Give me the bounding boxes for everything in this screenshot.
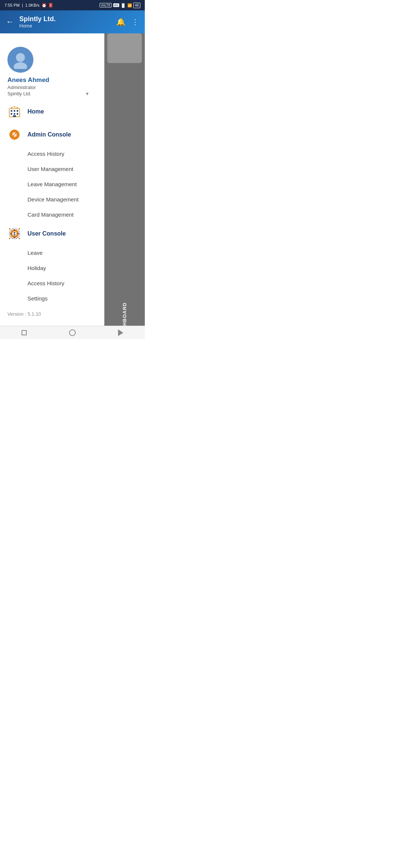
menu-item-user-console[interactable]: User Console bbox=[0, 222, 104, 245]
svg-rect-8 bbox=[17, 113, 18, 115]
back-button[interactable]: ← bbox=[6, 17, 14, 27]
speed-display: | bbox=[22, 3, 23, 7]
version-text: Version : 5.1.10 bbox=[0, 306, 104, 318]
svg-rect-4 bbox=[14, 110, 15, 112]
content-overlay: HBOARD bbox=[104, 33, 145, 326]
status-bar: 7:55 PM | 1.0KB/s ⏰ z VoLTE 4G ▐▌ 📶 46 bbox=[0, 0, 145, 10]
submenu-user-holiday[interactable]: Holiday bbox=[0, 260, 104, 276]
submenu-user-settings[interactable]: Settings bbox=[0, 291, 104, 306]
svg-rect-22 bbox=[18, 134, 20, 135]
battery-icon: 46 bbox=[133, 3, 140, 8]
svg-point-37 bbox=[19, 228, 20, 230]
company-name: Spintly Ltd. bbox=[19, 15, 116, 23]
user-console-icon bbox=[7, 227, 22, 241]
app-bar-title: Spintly Ltd. Home bbox=[19, 15, 116, 29]
nav-square-button[interactable] bbox=[20, 329, 28, 337]
drawer: Anees Ahmed Administrator Spintly Ltd. ▼ bbox=[0, 33, 104, 326]
nav-home-button[interactable] bbox=[68, 329, 76, 337]
app-bar: ← Spintly Ltd. Home 🔔 ⋮ bbox=[0, 10, 145, 33]
svg-line-13 bbox=[12, 107, 14, 108]
user-name: Anees Ahmed bbox=[7, 76, 97, 84]
submenu-admin-access-history[interactable]: Access History bbox=[0, 146, 104, 161]
svg-rect-5 bbox=[17, 110, 18, 112]
user-console-label: User Console bbox=[27, 230, 66, 237]
user-company-row: Spintly Ltd. ▼ bbox=[7, 91, 97, 96]
content-card-1 bbox=[107, 33, 142, 63]
menu-item-admin-console[interactable]: Admin Console bbox=[0, 123, 104, 146]
svg-rect-33 bbox=[14, 237, 15, 238]
gear-svg bbox=[8, 128, 21, 141]
volte-icon: VoLTE bbox=[100, 3, 111, 7]
more-icon[interactable]: ⋮ bbox=[131, 17, 139, 26]
svg-rect-32 bbox=[14, 230, 15, 231]
submenu-admin-leave-management[interactable]: Leave Management bbox=[0, 177, 104, 192]
circle-icon bbox=[69, 329, 76, 336]
svg-rect-20 bbox=[14, 138, 15, 140]
admin-console-label: Admin Console bbox=[27, 131, 71, 138]
network-speed: 1.0KB/s bbox=[25, 3, 40, 7]
status-right: VoLTE 4G ▐▌ 📶 46 bbox=[100, 3, 140, 8]
submenu-admin-device-management[interactable]: Device Management bbox=[0, 192, 104, 207]
svg-rect-21 bbox=[9, 134, 11, 135]
user-gear-svg bbox=[8, 227, 21, 240]
svg-point-36 bbox=[9, 228, 10, 230]
home-icon bbox=[7, 105, 22, 119]
wifi-icon: 📶 bbox=[127, 3, 132, 7]
app-bar-icons: 🔔 ⋮ bbox=[116, 17, 139, 26]
admin-console-icon bbox=[7, 128, 22, 142]
svg-rect-35 bbox=[17, 233, 19, 234]
profile-section bbox=[0, 41, 104, 76]
home-label: Home bbox=[27, 108, 44, 115]
menu-item-home[interactable]: Home bbox=[0, 100, 104, 123]
submenu-admin-user-management[interactable]: User Management bbox=[0, 161, 104, 177]
time-display: 7:55 PM bbox=[4, 3, 20, 7]
submenu-admin-card-management[interactable]: Card Management bbox=[0, 207, 104, 222]
svg-point-41 bbox=[14, 234, 16, 236]
page-name: Home bbox=[19, 23, 116, 29]
square-icon bbox=[22, 330, 27, 335]
svg-rect-34 bbox=[10, 233, 12, 234]
svg-rect-19 bbox=[14, 129, 15, 131]
svg-line-14 bbox=[14, 107, 17, 108]
alarm-icon: ⏰ bbox=[42, 3, 47, 8]
svg-rect-6 bbox=[11, 113, 12, 115]
svg-point-40 bbox=[14, 232, 15, 234]
dashboard-label: HBOARD bbox=[122, 295, 127, 326]
company-dropdown-icon[interactable]: ▼ bbox=[85, 91, 89, 96]
user-role: Administrator bbox=[7, 85, 97, 90]
user-info-section: Anees Ahmed Administrator Spintly Ltd. ▼ bbox=[0, 76, 104, 100]
signal-icon: ▐▌ bbox=[121, 3, 126, 7]
svg-rect-9 bbox=[13, 115, 16, 117]
app-icon: z bbox=[49, 3, 52, 7]
submenu-user-leave[interactable]: Leave bbox=[0, 245, 104, 260]
building-svg bbox=[8, 105, 21, 118]
svg-point-38 bbox=[9, 238, 10, 239]
submenu-user-access-history[interactable]: Access History bbox=[0, 276, 104, 291]
avatar bbox=[7, 47, 33, 73]
svg-rect-7 bbox=[14, 113, 15, 115]
back-icon bbox=[118, 329, 123, 336]
svg-point-1 bbox=[14, 62, 27, 69]
user-company: Spintly Ltd. bbox=[7, 91, 31, 96]
svg-point-0 bbox=[16, 53, 25, 62]
svg-rect-3 bbox=[11, 110, 12, 112]
status-left: 7:55 PM | 1.0KB/s ⏰ z bbox=[4, 3, 52, 8]
avatar-svg bbox=[11, 50, 30, 69]
bottom-nav bbox=[0, 326, 145, 339]
network-type: 4G bbox=[113, 3, 119, 7]
nav-back-button[interactable] bbox=[117, 329, 125, 337]
bell-icon[interactable]: 🔔 bbox=[116, 17, 125, 26]
main-layout: Anees Ahmed Administrator Spintly Ltd. ▼ bbox=[0, 33, 145, 326]
svg-point-39 bbox=[19, 238, 20, 239]
